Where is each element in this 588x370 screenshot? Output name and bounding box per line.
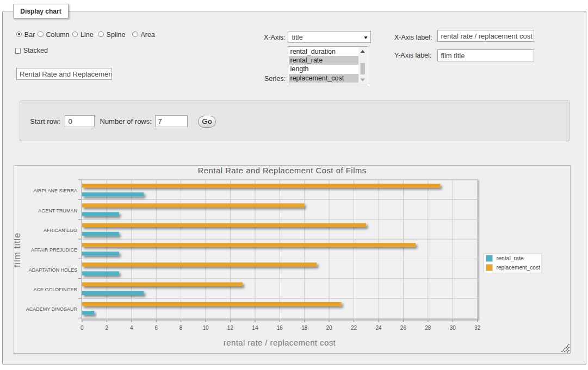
svg-text:22: 22 xyxy=(351,325,357,331)
svg-text:Rental Rate and Replacement Co: Rental Rate and Replacement Cost of Film… xyxy=(197,166,366,175)
svg-text:4: 4 xyxy=(130,325,133,331)
svg-text:rental_rate: rental_rate xyxy=(496,255,523,261)
svg-text:12: 12 xyxy=(227,325,233,331)
svg-text:16: 16 xyxy=(276,325,283,331)
svg-text:ACE GOLDFINGER: ACE GOLDFINGER xyxy=(33,287,77,292)
svg-text:AFFAIR PREJUDICE: AFFAIR PREJUDICE xyxy=(30,248,77,253)
svg-text:30: 30 xyxy=(449,325,456,331)
svg-text:28: 28 xyxy=(425,325,431,331)
svg-text:AFRICAN EGG: AFRICAN EGG xyxy=(43,228,77,233)
svg-text:24: 24 xyxy=(375,325,382,331)
svg-text:32: 32 xyxy=(474,325,481,331)
svg-text:14: 14 xyxy=(252,325,258,331)
svg-text:18: 18 xyxy=(301,325,308,331)
svg-text:rental rate / replacement cost: rental rate / replacement cost xyxy=(223,338,336,347)
svg-text:8: 8 xyxy=(179,325,182,331)
svg-text:0: 0 xyxy=(81,325,84,331)
svg-text:AGENT TRUMAN: AGENT TRUMAN xyxy=(38,208,77,214)
svg-text:AIRPLANE SIERRA: AIRPLANE SIERRA xyxy=(33,189,77,194)
svg-text:26: 26 xyxy=(400,325,406,331)
svg-text:20: 20 xyxy=(326,325,332,331)
svg-text:ACADEMY DINOSAUR: ACADEMY DINOSAUR xyxy=(26,307,77,312)
svg-text:ADAPTATION HOLES: ADAPTATION HOLES xyxy=(28,267,77,273)
svg-text:film title: film title xyxy=(14,233,22,267)
svg-text:10: 10 xyxy=(202,325,209,331)
svg-text:6: 6 xyxy=(154,325,158,331)
svg-text:2: 2 xyxy=(105,325,108,331)
svg-text:replacement_cost: replacement_cost xyxy=(496,265,540,271)
